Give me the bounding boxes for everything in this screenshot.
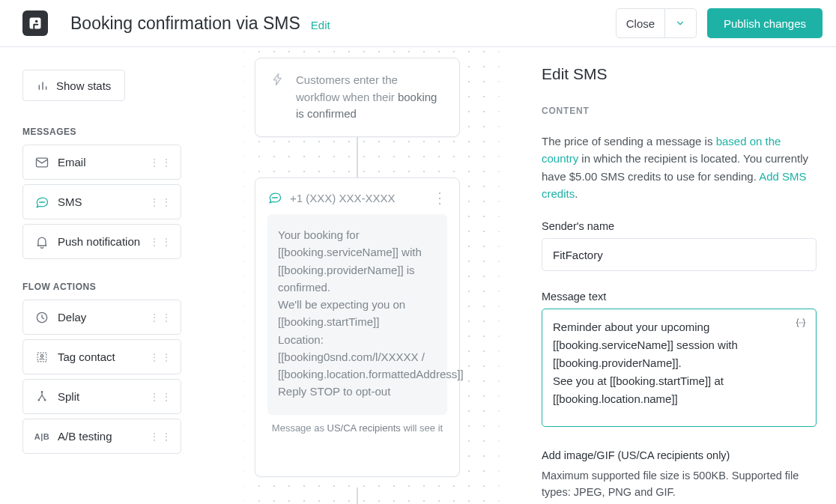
- svg-rect-2: [37, 158, 48, 167]
- svg-point-6: [41, 391, 43, 393]
- svg-point-8: [44, 398, 46, 401]
- messages-section-label: MESSAGES: [22, 127, 195, 137]
- drag-handle-icon: ⋮⋮: [149, 196, 173, 208]
- drag-handle-icon: ⋮⋮: [149, 312, 173, 324]
- flow-actions-list: Delay ⋮⋮ Tag contact ⋮⋮ Split ⋮⋮: [22, 300, 195, 458]
- svg-point-11: [802, 322, 803, 323]
- image-upload-group: Add image/GIF (US/CA recipients only) Ma…: [542, 449, 817, 501]
- image-upload-note: Maximum supported file size is 500KB. Su…: [542, 467, 817, 501]
- sms-bubble-icon: [267, 190, 282, 205]
- message-text-input[interactable]: [542, 309, 817, 427]
- publish-button[interactable]: Publish changes: [707, 8, 823, 38]
- svg-point-5: [40, 354, 43, 356]
- sms-preview-body: Your booking for [[booking.serviceName]]…: [267, 214, 447, 415]
- block-label: A/B testing: [58, 430, 112, 443]
- image-upload-label: Add image/GIF (US/CA recipients only): [542, 449, 817, 461]
- message-text-label: Message text: [542, 291, 817, 303]
- drag-handle-icon: ⋮⋮: [149, 431, 173, 443]
- title-area: Booking confirmation via SMS Edit: [70, 13, 330, 34]
- svg-point-7: [38, 398, 40, 401]
- sms-node[interactable]: +1 (XXX) XXX-XXXX ⋮ Your booking for [[b…: [255, 177, 460, 477]
- period: .: [575, 187, 578, 200]
- trigger-node[interactable]: Customers enter the workflow when their …: [255, 58, 460, 137]
- sidebar: Show stats MESSAGES Email ⋮⋮ SMS ⋮⋮: [0, 47, 195, 504]
- chevron-down-icon: [675, 18, 685, 28]
- ab-testing-icon: A|B: [34, 432, 50, 441]
- block-delay[interactable]: Delay ⋮⋮: [22, 300, 181, 335]
- pricing-pre: The price of sending a message is: [542, 135, 716, 148]
- page-title: Booking confirmation via SMS: [70, 13, 300, 34]
- pricing-info: The price of sending a message is based …: [542, 133, 817, 202]
- show-stats-button[interactable]: Show stats: [22, 70, 125, 101]
- block-label: Tag contact: [58, 350, 115, 363]
- drag-handle-icon: ⋮⋮: [149, 236, 173, 248]
- svg-rect-0: [30, 18, 41, 29]
- sender-name-group: Sender's name: [542, 220, 817, 271]
- sms-node-more-button[interactable]: ⋮: [432, 193, 447, 202]
- drag-handle-icon: ⋮⋮: [149, 351, 173, 363]
- lightning-icon: [270, 72, 285, 123]
- close-menu-button[interactable]: [665, 8, 697, 38]
- close-button[interactable]: Close: [616, 8, 665, 38]
- sms-preview-caption: Message as US/CA recipients will see it: [267, 422, 447, 434]
- trigger-text-prefix: Customers enter the workflow when their: [296, 73, 398, 103]
- header-left: Booking confirmation via SMS Edit: [22, 10, 330, 36]
- panel-section-label: CONTENT: [542, 106, 817, 116]
- block-email[interactable]: Email ⋮⋮: [22, 145, 181, 180]
- block-label: Push notification: [58, 235, 140, 248]
- merge-tag-icon: [794, 316, 808, 330]
- svg-point-10: [799, 322, 799, 323]
- main-layout: Show stats MESSAGES Email ⋮⋮ SMS ⋮⋮: [0, 47, 836, 504]
- logo-mark-icon: [28, 16, 43, 31]
- canvas-connector: [357, 488, 358, 504]
- show-stats-label: Show stats: [56, 79, 111, 92]
- svg-point-1: [35, 20, 38, 23]
- tag-contact-icon: [34, 350, 50, 365]
- messages-list: Email ⋮⋮ SMS ⋮⋮ Push notification ⋮⋮: [22, 145, 195, 264]
- close-button-group: Close: [616, 8, 697, 38]
- workflow-canvas[interactable]: Customers enter the workflow when their …: [195, 47, 518, 504]
- trigger-text: Customers enter the workflow when their …: [296, 72, 444, 123]
- drag-handle-icon: ⋮⋮: [149, 391, 173, 403]
- insert-merge-tag-button[interactable]: [794, 316, 809, 331]
- block-tag-contact[interactable]: Tag contact ⋮⋮: [22, 339, 181, 374]
- sms-from-number: +1 (XXX) XXX-XXXX: [290, 192, 395, 204]
- block-ab-testing[interactable]: A|B A/B testing ⋮⋮: [22, 419, 181, 454]
- edit-sms-panel: Edit SMS CONTENT The price of sending a …: [518, 47, 836, 504]
- flow-actions-section-label: FLOW ACTIONS: [22, 282, 195, 292]
- sms-foot-post: will see it: [401, 422, 443, 434]
- header-right: Close Publish changes: [616, 8, 823, 38]
- sms-node-header: +1 (XXX) XXX-XXXX ⋮: [267, 190, 447, 205]
- bar-chart-icon: [37, 79, 49, 91]
- block-label: Delay: [58, 311, 86, 324]
- messages-section: MESSAGES Email ⋮⋮ SMS ⋮⋮: [22, 127, 195, 264]
- sender-name-input[interactable]: [542, 238, 817, 271]
- app-logo: [22, 10, 48, 36]
- split-icon: [34, 389, 50, 404]
- block-push[interactable]: Push notification ⋮⋮: [22, 224, 181, 259]
- app-header: Booking confirmation via SMS Edit Close …: [0, 0, 836, 47]
- block-sms[interactable]: SMS ⋮⋮: [22, 184, 181, 219]
- sms-foot-strong: US/CA recipients: [327, 422, 401, 434]
- block-label: SMS: [58, 195, 82, 208]
- panel-heading: Edit SMS: [542, 65, 817, 83]
- mail-icon: [34, 155, 50, 170]
- block-label: Split: [58, 390, 79, 403]
- bell-icon: [34, 234, 50, 249]
- clock-icon: [34, 310, 50, 325]
- sms-foot-pre: Message as: [272, 422, 327, 434]
- message-text-group: Message text: [542, 291, 817, 430]
- block-label: Email: [58, 156, 86, 168]
- svg-point-9: [800, 322, 801, 323]
- flow-actions-section: FLOW ACTIONS Delay ⋮⋮ Tag contact ⋮⋮: [22, 282, 195, 458]
- sender-name-label: Sender's name: [542, 220, 817, 232]
- block-split[interactable]: Split ⋮⋮: [22, 379, 181, 414]
- edit-title-link[interactable]: Edit: [311, 19, 330, 31]
- drag-handle-icon: ⋮⋮: [149, 157, 173, 168]
- sms-icon: [34, 195, 50, 210]
